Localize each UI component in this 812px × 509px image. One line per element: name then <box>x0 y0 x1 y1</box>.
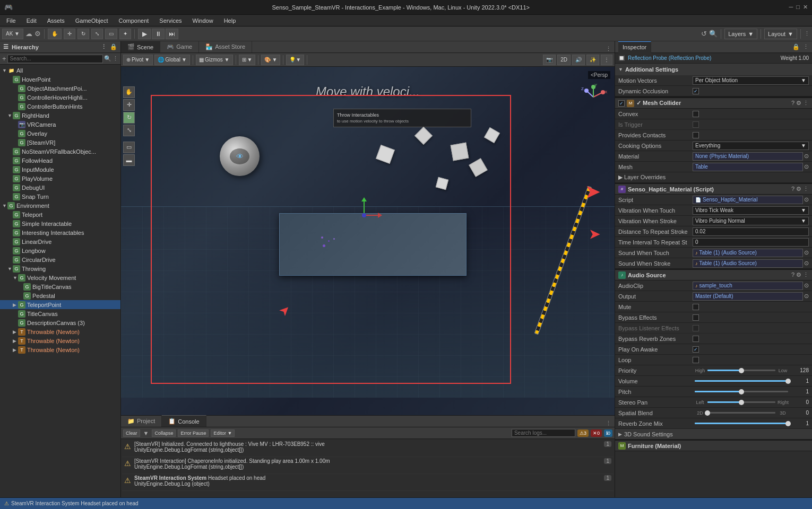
scene-viewport[interactable]: Move with veloci... Throw Interactables … <box>121 67 615 415</box>
rect-tool[interactable]: ▭ <box>105 29 117 39</box>
multi-tool[interactable]: ✦ <box>119 29 131 39</box>
fx-toggle[interactable]: ✨ <box>586 55 599 65</box>
menu-services[interactable]: Services <box>155 16 186 25</box>
hierarchy-item-circulardrive[interactable]: G CircularDrive <box>0 255 120 264</box>
output-field[interactable]: Master (Default) <box>693 292 803 301</box>
bypass-effects-checkbox[interactable] <box>693 314 699 321</box>
hierarchy-item-lineardrive[interactable]: G LinearDrive <box>0 237 120 246</box>
tab-scene[interactable]: 🎬 Scene <box>121 41 160 52</box>
hierarchy-more-icon[interactable]: ⋮ <box>113 55 118 62</box>
haptic-more-icon[interactable]: ⋮ <box>803 186 809 192</box>
sound-touch-pick-icon[interactable]: ⊙ <box>804 249 809 256</box>
scene-tabs-more-icon[interactable]: ⋮ <box>602 46 615 52</box>
priority-slider-thumb[interactable] <box>739 368 744 373</box>
audio-help-icon[interactable]: ? <box>791 271 794 278</box>
menu-gameobject[interactable]: GameObject <box>71 16 113 25</box>
play-awake-checkbox[interactable]: ✓ <box>693 346 699 353</box>
menu-window[interactable]: Window <box>188 16 218 25</box>
3d-sound-settings-row[interactable]: ▶ 3D Sound Settings <box>615 429 812 440</box>
scale-tool[interactable]: ⤡ <box>91 29 103 39</box>
scene-tool-4[interactable]: ⤡ <box>123 125 135 136</box>
hierarchy-item-steamvr[interactable]: G [SteamVR] <box>0 138 120 147</box>
gizmos-dropdown[interactable]: ▦ Gizmos ▼ <box>196 55 233 65</box>
layout-dropdown[interactable]: Layout ▼ <box>764 29 797 39</box>
mesh-collider-settings-icon[interactable]: ⚙ <box>796 100 801 107</box>
hierarchy-options-icon[interactable]: ⋮ <box>101 43 107 50</box>
is-trigger-checkbox[interactable] <box>693 121 699 128</box>
mesh-collider-enabled-checkbox[interactable]: ✓ <box>618 100 625 107</box>
move-tool[interactable]: ✛ <box>64 29 75 39</box>
hierarchy-item-debugui[interactable]: G DebugUI <box>0 183 120 192</box>
menu-help[interactable]: Help <box>220 16 240 25</box>
view-options[interactable]: 🎨 ▼ <box>261 55 280 65</box>
mesh-collider-help-icon[interactable]: ? <box>791 100 794 107</box>
hierarchy-item-objectattachment[interactable]: G ObjectAttachmentPoi... <box>0 84 120 93</box>
global-dropdown[interactable]: 🌐 Global ▼ <box>154 55 190 65</box>
hierarchy-item-throwing[interactable]: ▼ G Throwing <box>0 264 120 273</box>
mesh-pick-icon[interactable]: ⊙ <box>804 163 809 170</box>
hierarchy-add-icon[interactable]: + <box>2 55 6 63</box>
tab-console[interactable]: 📋 Console <box>162 415 206 427</box>
output-pick-icon[interactable]: ⊙ <box>804 293 809 300</box>
close-button[interactable]: ✕ <box>803 4 808 11</box>
console-error-pause-button[interactable]: Error Pause <box>178 429 209 437</box>
volume-slider-thumb[interactable] <box>785 379 791 384</box>
console-tabs-more-icon[interactable]: ⋮ <box>602 420 615 427</box>
hierarchy-item-controllerbtn[interactable]: G ControllerButtonHints <box>0 102 120 111</box>
mute-checkbox[interactable] <box>693 304 699 310</box>
console-row-2[interactable]: ⚠ [SteamVR Interaction] ChaperoneInfo in… <box>122 457 614 474</box>
search-icon[interactable]: 🔍 <box>709 30 718 38</box>
scene-tool-6[interactable]: ▬ <box>123 154 135 166</box>
hierarchy-item-followhead[interactable]: G FollowHead <box>0 156 120 165</box>
hierarchy-item-simpleinteractable[interactable]: G Simple Interactable <box>0 219 120 228</box>
additional-settings-header[interactable]: ▼ Additional Settings <box>615 64 812 75</box>
hierarchy-item-throwable2[interactable]: ▶ T Throwable (Newton) <box>0 336 120 345</box>
tab-project[interactable]: 📁 Project <box>121 415 162 427</box>
hierarchy-item-throwable1[interactable]: ▶ T Throwable (Newton) <box>0 327 120 336</box>
script-pick-icon[interactable]: ⊙ <box>804 196 809 203</box>
audioclip-pick-icon[interactable]: ⊙ <box>804 282 809 289</box>
undo-icon[interactable]: ↺ <box>701 30 707 38</box>
hierarchy-item-titlecanvas[interactable]: G TitleCanvas <box>0 309 120 318</box>
scene-tool-5[interactable]: ▭ <box>123 142 135 153</box>
rotate-tool[interactable]: ↻ <box>77 29 89 39</box>
layer-overrides-row[interactable]: ▶ Layer Overrides <box>615 172 812 183</box>
grid-snap-dropdown[interactable]: ⊞ ▼ <box>239 55 256 65</box>
console-collapse-button[interactable]: Collapse <box>152 429 176 437</box>
audioclip-field[interactable]: ♪ sample_touch <box>693 282 803 290</box>
hierarchy-item-righthand[interactable]: ▼ G RightHand <box>0 111 120 120</box>
hierarchy-item-playvolume[interactable]: G PlayVolume <box>0 174 120 183</box>
script-field[interactable]: 📄 Senso_Haptic_Material <box>693 196 803 204</box>
console-row-3[interactable]: ⚠ SteamVR Interaction System Headset pla… <box>122 474 614 491</box>
console-editor-button[interactable]: Editor ▼ <box>211 429 235 437</box>
menu-component[interactable]: Component <box>114 16 153 25</box>
hierarchy-search-icon[interactable]: 🔍 <box>104 55 111 62</box>
settings-icon[interactable]: ⚙ <box>34 30 41 38</box>
provides-contacts-checkbox[interactable] <box>693 132 699 138</box>
console-clear-button[interactable]: Clear <box>123 429 140 437</box>
pause-button[interactable]: ⏸ <box>152 29 165 39</box>
scene-more-btn[interactable]: ⋮ <box>601 55 612 65</box>
inspector-more-icon[interactable]: ⋮ <box>803 43 809 50</box>
spatial-blend-slider-thumb[interactable] <box>705 410 710 416</box>
view-2d-button[interactable]: 2D <box>557 55 571 65</box>
tab-game[interactable]: 🎮 Game <box>160 41 199 52</box>
hierarchy-item-snapturn[interactable]: G Snap Turn <box>0 192 120 201</box>
hierarchy-item-longbow[interactable]: G Longbow <box>0 246 120 255</box>
vib-stroke-dropdown[interactable]: Vibro Pulsing Normal ▼ <box>693 217 809 225</box>
hierarchy-item-descriptioncanvas[interactable]: G DescriptionCanvas (3) <box>0 318 120 327</box>
hierarchy-item-all[interactable]: ▼ 📁 All <box>0 66 120 75</box>
pitch-slider-thumb[interactable] <box>739 389 744 394</box>
motion-vectors-dropdown[interactable]: Per Object Motion ▼ <box>693 76 809 85</box>
menu-assets[interactable]: Assets <box>43 16 69 25</box>
menu-edit[interactable]: Edit <box>22 16 41 25</box>
hierarchy-lock-icon[interactable]: 🔒 <box>110 43 117 50</box>
effects-dropdown[interactable]: 💡▼ <box>286 55 304 65</box>
convex-checkbox[interactable] <box>693 111 699 117</box>
tab-asset-store[interactable]: 🏪 Asset Store <box>199 41 252 52</box>
cloud-icon[interactable]: ☁ <box>25 30 32 38</box>
tab-inspector[interactable]: Inspector <box>618 41 651 53</box>
more-options-icon[interactable]: ⋮ <box>804 30 810 37</box>
play-button[interactable]: ▶ <box>138 29 151 39</box>
audio-toggle[interactable]: 🔊 <box>572 55 585 65</box>
